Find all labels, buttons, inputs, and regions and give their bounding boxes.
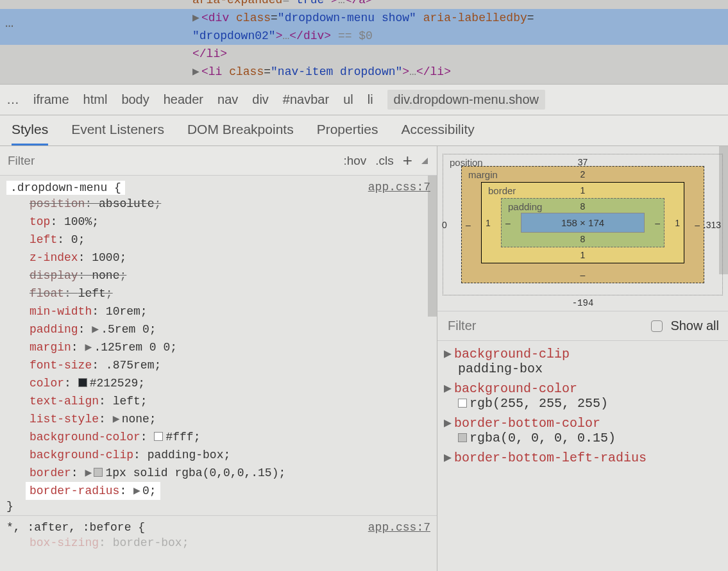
tab-accessibility[interactable]: Accessibility xyxy=(401,122,474,145)
breadcrumb-item[interactable]: iframe xyxy=(33,92,69,107)
css-declaration[interactable]: text-align: left; xyxy=(30,392,430,410)
css-declaration[interactable]: list-style: ▶none; xyxy=(30,410,430,428)
computed-filter-input[interactable] xyxy=(446,318,643,334)
computed-filter-row: Show all xyxy=(437,311,728,341)
chevron-right-icon[interactable]: ▶ xyxy=(192,9,201,27)
css-declaration[interactable]: float: left; xyxy=(30,285,430,302)
chevron-right-icon[interactable]: ▶ xyxy=(113,410,122,428)
more-actions-icon[interactable]: … xyxy=(5,15,15,31)
styles-pane: :hov .cls + .dropdown-menu { app.css:7 p… xyxy=(0,146,437,571)
margin-top[interactable]: 2 xyxy=(580,169,586,179)
source-link[interactable]: app.css:7 xyxy=(368,181,430,194)
styles-filter-row: :hov .cls + xyxy=(0,146,437,176)
breadcrumb-item[interactable]: li xyxy=(368,92,373,107)
css-declaration[interactable]: z-index: 1000; xyxy=(30,249,430,267)
margin-bottom[interactable]: – xyxy=(580,270,586,280)
dom-line-selected[interactable]: ▶<div class="dropdown-menu show" aria-la… xyxy=(0,9,728,27)
css-rule[interactable]: *, :after, :before { app.css:7 box-sizin… xyxy=(0,516,437,554)
css-selector[interactable]: .dropdown-menu { xyxy=(6,181,125,195)
dom-tree[interactable]: … aria-expanded="true">…</a> ▶<div class… xyxy=(0,0,728,84)
color-swatch-icon[interactable] xyxy=(94,468,103,477)
padding-bottom[interactable]: 8 xyxy=(580,234,586,244)
chevron-right-icon[interactable]: ▶ xyxy=(85,464,94,482)
border-label: border xyxy=(488,185,516,196)
corner-icon xyxy=(421,158,428,164)
css-declaration[interactable]: background-clip: padding-box; xyxy=(30,446,430,464)
show-all-label[interactable]: Show all xyxy=(670,319,719,333)
css-selector[interactable]: *, :after, :before { xyxy=(6,521,145,534)
chevron-right-icon[interactable]: ▶ xyxy=(444,449,454,465)
css-declaration[interactable]: border: ▶1px solid rgba(0,0,0,.15); xyxy=(30,464,430,482)
margin-label: margin xyxy=(468,169,498,180)
chevron-right-icon[interactable]: ▶ xyxy=(133,482,142,500)
computed-value: padding-box xyxy=(458,361,724,376)
breadcrumb-item[interactable]: div xyxy=(252,92,269,107)
padding-left[interactable]: – xyxy=(505,218,511,228)
tab-styles[interactable]: Styles xyxy=(12,122,48,145)
computed-property[interactable]: ▶background-clippadding-box xyxy=(441,343,724,378)
tab-dom-breakpoints[interactable]: DOM Breakpoints xyxy=(187,122,294,145)
css-declaration[interactable]: display: none; xyxy=(30,267,430,285)
border-bottom[interactable]: 1 xyxy=(580,250,586,260)
breadcrumb-item[interactable]: ul xyxy=(343,92,353,107)
padding-right[interactable]: – xyxy=(655,218,660,228)
padding-top[interactable]: 8 xyxy=(580,201,586,211)
dom-line[interactable]: </li> xyxy=(0,45,728,63)
computed-property[interactable]: ▶border-bottom-left-radius xyxy=(441,447,724,467)
css-declaration[interactable]: margin: ▶.125rem 0 0; xyxy=(30,338,430,356)
chevron-right-icon[interactable]: ▶ xyxy=(444,380,454,396)
breadcrumb-item[interactable]: … xyxy=(6,92,19,107)
css-declaration[interactable]: padding: ▶.5rem 0; xyxy=(30,320,430,338)
toggle-cls-button[interactable]: .cls xyxy=(375,154,394,168)
color-swatch-icon[interactable] xyxy=(154,432,163,441)
chevron-right-icon[interactable]: ▶ xyxy=(444,415,454,431)
box-model[interactable]: position 37 0 -91.313 margin 2 – – – bor… xyxy=(437,146,728,311)
css-declaration[interactable]: color: #212529; xyxy=(30,374,430,392)
computed-props-list: ▶background-clippadding-box▶background-c… xyxy=(437,341,728,470)
toggle-hov-button[interactable]: :hov xyxy=(343,154,366,168)
css-declaration[interactable]: border-radius: ▶0; xyxy=(26,482,160,500)
source-link[interactable]: app.css:7 xyxy=(368,521,430,534)
computed-property[interactable]: ▶background-colorrgb(255, 255, 255) xyxy=(441,378,724,413)
margin-left[interactable]: – xyxy=(466,220,471,230)
styles-filter-input[interactable] xyxy=(0,147,343,174)
chevron-right-icon[interactable]: ▶ xyxy=(444,345,454,361)
rule-close-brace: } xyxy=(6,500,430,513)
css-declaration[interactable]: background-color: #fff; xyxy=(30,428,430,446)
styles-tabbar: Styles Event Listeners DOM Breakpoints P… xyxy=(0,115,728,146)
breadcrumb-item-active[interactable]: div.dropdown-menu.show xyxy=(387,90,545,110)
dom-line[interactable]: ▶<li class="nav-item dropdown">…</li> xyxy=(0,63,728,81)
position-bottom[interactable]: -194 xyxy=(443,298,723,308)
css-declaration[interactable]: top: 100%; xyxy=(30,213,430,231)
show-all-checkbox[interactable] xyxy=(651,320,663,332)
chevron-right-icon[interactable]: ▶ xyxy=(85,338,94,356)
css-declaration[interactable]: font-size: .875rem; xyxy=(30,356,430,374)
color-swatch-icon xyxy=(458,433,467,442)
computed-property[interactable]: ▶border-bottom-colorrgba(0, 0, 0, 0.15) xyxy=(441,413,724,447)
css-declaration[interactable]: left: 0; xyxy=(30,231,430,249)
css-declaration[interactable]: box-sizing: border-box; xyxy=(30,534,430,552)
css-declaration[interactable]: position: absolute; xyxy=(30,195,430,213)
tab-event-listeners[interactable]: Event Listeners xyxy=(71,122,164,145)
css-declaration[interactable]: min-width: 10rem; xyxy=(30,302,430,320)
content-size[interactable]: 158 × 174 xyxy=(521,213,645,233)
border-right[interactable]: 1 xyxy=(675,218,680,228)
breadcrumb-item[interactable]: header xyxy=(164,92,203,107)
dom-line-selected-cont[interactable]: "dropdown02">…</div> == $0 xyxy=(0,27,728,45)
breadcrumb-item[interactable]: #navbar xyxy=(283,92,329,107)
margin-right[interactable]: – xyxy=(695,220,700,230)
css-rule[interactable]: .dropdown-menu { app.css:7 position: abs… xyxy=(0,176,437,516)
chevron-right-icon[interactable]: ▶ xyxy=(92,320,101,338)
color-swatch-icon xyxy=(458,399,467,408)
border-left[interactable]: 1 xyxy=(486,218,491,228)
breadcrumb-item[interactable]: body xyxy=(121,92,149,107)
color-swatch-icon[interactable] xyxy=(78,378,87,387)
border-top[interactable]: 1 xyxy=(580,185,586,195)
breadcrumb-item[interactable]: nav xyxy=(217,92,238,107)
chevron-right-icon[interactable]: ▶ xyxy=(192,63,201,81)
dom-line[interactable]: aria-expanded="true">…</a> xyxy=(0,0,728,9)
tab-properties[interactable]: Properties xyxy=(317,122,378,145)
position-left[interactable]: 0 xyxy=(442,220,447,230)
breadcrumb-item[interactable]: html xyxy=(83,92,108,107)
new-rule-icon[interactable]: + xyxy=(403,151,412,170)
